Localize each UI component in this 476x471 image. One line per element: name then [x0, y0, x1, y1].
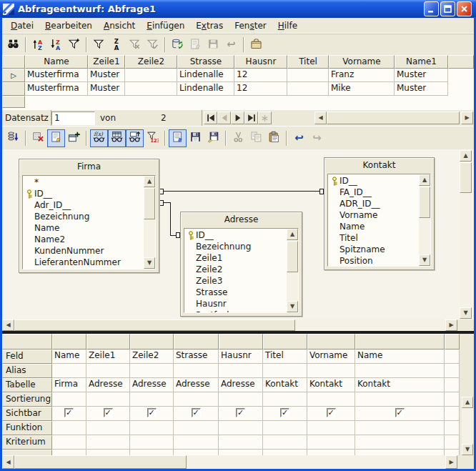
grid-column-header[interactable] [307, 334, 355, 349]
grid-cell-feld[interactable]: Strasse [174, 349, 219, 364]
scroll-left-button[interactable]: ◀ [2, 319, 14, 331]
grid-cell-kriterium[interactable] [86, 435, 130, 450]
join-line-firma-kontakt[interactable] [164, 191, 319, 192]
remove-filter-button[interactable] [126, 36, 144, 54]
field-item-hausnr[interactable]: Hausnr [186, 298, 286, 309]
visible-checkbox[interactable]: ✓ [64, 408, 74, 417]
column-header-name1[interactable]: Name1 [395, 55, 448, 69]
column-header-zeile1[interactable]: Zeile1 [88, 55, 125, 69]
grid-cell[interactable] [130, 450, 174, 455]
scroll-up-button[interactable]: ▲ [462, 397, 473, 408]
visible-checkbox[interactable]: ✓ [236, 408, 245, 417]
menu-fenster[interactable]: Fenster [229, 19, 272, 32]
scroll-right-button[interactable]: ▶ [461, 111, 473, 124]
grid-cell[interactable] [445, 450, 460, 455]
alias-button[interactable] [126, 129, 144, 147]
field-item-kundennummer[interactable]: KundenNummer [24, 245, 143, 257]
field-item-spitzname[interactable]: Spitzname [329, 244, 418, 255]
menu-datei[interactable]: Datei [5, 19, 39, 32]
sort-ascending-button[interactable]: AZ [29, 36, 47, 54]
scrollbar-thumb[interactable] [14, 455, 187, 469]
grid-cell-sortierung[interactable] [355, 392, 445, 407]
grid-column-header[interactable] [130, 334, 174, 349]
grid-cell-sortierung[interactable] [263, 392, 307, 407]
grid-cell[interactable] [445, 392, 460, 407]
join-line-firma-adresse[interactable] [170, 202, 171, 236]
scrollbar-thumb[interactable] [327, 111, 460, 124]
scrollbar-thumb[interactable] [287, 241, 298, 272]
menu-bearbeiten[interactable]: Bearbeiten [39, 19, 98, 32]
grid-cell-kriterium[interactable] [219, 435, 263, 450]
grid-cell-feld[interactable]: Titel [263, 349, 307, 364]
undo-record-button[interactable]: ↩ [222, 36, 240, 54]
grid-cell-funktion[interactable] [52, 421, 86, 435]
sort-order-button[interactable]: ZA [108, 36, 126, 54]
menu-ansicht[interactable]: Ansicht [98, 19, 141, 32]
scroll-down-button[interactable]: ▼ [460, 307, 472, 319]
design-table-adresse[interactable]: Adresse ID__BezeichnungZeile1Zeile2Zeile… [180, 212, 302, 317]
redo-button[interactable]: ↪ [308, 129, 326, 147]
record-number-input[interactable]: 1 [51, 111, 95, 125]
scroll-up-button[interactable]: ▲ [419, 174, 430, 186]
visible-checkbox[interactable]: ✓ [147, 408, 157, 417]
field-item-strasse[interactable]: Strasse [186, 287, 286, 298]
field-item-postfach[interactable]: Postfach [186, 309, 286, 312]
scroll-down-button[interactable]: ▼ [419, 254, 430, 266]
grid-cell-feld[interactable]: Name [52, 349, 86, 364]
table-cell[interactable]: Muster [395, 69, 448, 82]
field-item-position[interactable]: Position [329, 255, 418, 266]
grid-column-header[interactable] [219, 334, 263, 349]
table-cell[interactable] [125, 82, 177, 96]
visible-checkbox[interactable]: ✓ [327, 408, 336, 417]
functions-button[interactable]: f(x) [90, 129, 108, 147]
grid-cell[interactable] [307, 450, 355, 455]
table-cell[interactable]: Muster [88, 69, 125, 82]
design-table-firma[interactable]: Firma *ID__Adr_ID__BezeichnungNameName2K… [19, 159, 159, 273]
row-selector[interactable]: ▷ [2, 69, 25, 82]
grid-cell-alias[interactable] [307, 364, 355, 378]
grid-cell[interactable] [219, 450, 263, 455]
grid-cell-kriterium[interactable] [174, 435, 219, 450]
field-item-vorname[interactable]: Vorname [329, 209, 418, 221]
grid-cell-alias[interactable] [130, 364, 174, 378]
autofilter-button[interactable] [65, 36, 83, 54]
clear-query-button[interactable] [29, 129, 47, 147]
grid-cell-kriterium[interactable] [263, 435, 307, 450]
grid-cell-funktion[interactable] [86, 421, 130, 435]
design-table-title[interactable]: Firma [19, 159, 159, 174]
grid-cell[interactable] [86, 450, 130, 455]
scroll-right-button[interactable]: ▶ [445, 319, 457, 331]
grid-cell-tabelle[interactable]: Adresse [130, 378, 174, 392]
grid-cell-alias[interactable] [263, 364, 307, 378]
grid-cell[interactable] [445, 378, 460, 392]
close-button[interactable] [457, 1, 472, 16]
scrollbar-thumb[interactable] [460, 162, 472, 193]
table-cell[interactable]: Musterfirma [25, 69, 88, 82]
scrollbar-thumb[interactable] [419, 187, 430, 218]
grid-cell-funktion[interactable] [219, 421, 263, 435]
undo-button[interactable]: ↩ [290, 129, 308, 147]
table-cell[interactable]: Muster [395, 82, 448, 96]
grid-column-header[interactable] [355, 334, 445, 349]
row-selector-header[interactable] [2, 55, 25, 69]
table-cell[interactable]: Lindenalle [177, 82, 234, 96]
field-item-zeile3[interactable]: Zeile3 [186, 275, 286, 287]
grid-column-header[interactable] [174, 334, 219, 349]
grid-cell[interactable] [445, 435, 460, 450]
design-table-kontakt[interactable]: Kontakt ID__FA_ID__ADR_ID__VornameNameTi… [324, 157, 435, 270]
grid-cell-kriterium[interactable] [130, 435, 174, 450]
grid-cell-tabelle[interactable]: Kontakt [307, 378, 355, 392]
menu-extras[interactable]: Extras [190, 19, 229, 32]
column-header-name[interactable]: Name [25, 55, 88, 69]
minimize-button[interactable] [424, 1, 439, 16]
grid-cell-feld[interactable]: Vorname [307, 349, 355, 364]
grid-cell-feld[interactable]: Zeile2 [130, 349, 174, 364]
field-item-lieferantennummer[interactable]: LieferantenNummer [24, 257, 143, 268]
table-cell[interactable]: Lindenalle [177, 69, 234, 82]
find-record-button[interactable] [4, 36, 22, 54]
next-record-button[interactable] [231, 111, 244, 124]
grid-cell-tabelle[interactable]: Kontakt [263, 378, 307, 392]
paste-button[interactable] [265, 129, 283, 147]
grid-cell[interactable] [174, 450, 219, 455]
design-table-title[interactable]: Kontakt [324, 158, 434, 173]
